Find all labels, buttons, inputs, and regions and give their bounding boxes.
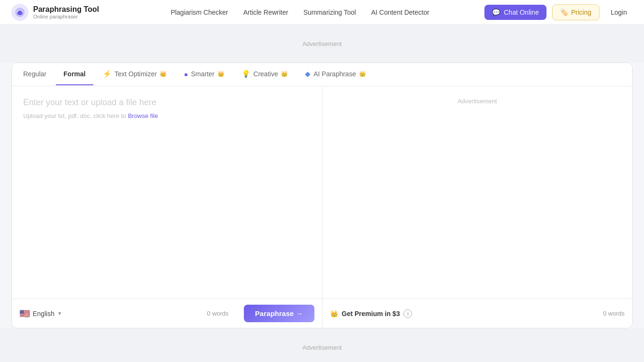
- bottom-left: 🇺🇸 English ▼ 0 words Paraphrase →: [12, 299, 322, 328]
- paraphrase-button[interactable]: Paraphrase →: [244, 305, 314, 322]
- tab-regular-label: Regular: [23, 70, 46, 78]
- language-flag: 🇺🇸: [19, 308, 30, 319]
- logo-text: Paraphrasing Tool Online paraphraser: [33, 5, 99, 19]
- chevron-down-icon: ▼: [57, 311, 62, 316]
- word-count-right: 0 words: [603, 310, 625, 317]
- language-selector[interactable]: 🇺🇸 English ▼: [19, 308, 62, 319]
- premium-cta[interactable]: 👑 Get Premium in $3 i: [330, 309, 412, 318]
- chat-icon: 💬: [492, 9, 500, 16]
- tabs-bar: Regular Formal ⚡ Text Optimizer 👑 ● Smar…: [12, 63, 632, 86]
- output-ad-label: Advertisement: [457, 98, 497, 105]
- tab-text-optimizer-label: Text Optimizer: [115, 70, 157, 78]
- app-subtitle: Online paraphraser: [33, 14, 99, 19]
- input-content: Enter your text or upload a file here Up…: [23, 98, 311, 287]
- premium-cta-label: Get Premium in $3: [342, 310, 400, 317]
- nav-summarizing-tool[interactable]: Summarizing Tool: [304, 9, 356, 16]
- tab-smarter[interactable]: ● Smarter 👑: [176, 63, 232, 86]
- bottom-ad-banner: Advertisement: [0, 328, 644, 362]
- login-button[interactable]: Login: [605, 5, 633, 20]
- nav-ai-content-detector[interactable]: AI Content Detector: [371, 9, 429, 16]
- tab-ai-paraphrase[interactable]: ◆ AI Paraphrase 👑: [297, 63, 374, 86]
- ai-paraphrase-crown: 👑: [359, 71, 366, 77]
- crown-icon: 👑: [330, 310, 338, 317]
- main-nav: Plagiarism Checker Article Rewriter Summ…: [116, 9, 484, 16]
- text-optimizer-icon: ⚡: [103, 70, 112, 78]
- bottom-ad-label: Advertisement: [302, 344, 341, 351]
- header-actions: 💬 Chat Online 🏷️ Pricing Login: [484, 4, 633, 20]
- text-optimizer-crown: 👑: [160, 71, 167, 77]
- tab-text-optimizer[interactable]: ⚡ Text Optimizer 👑: [95, 63, 174, 86]
- editor-area: Enter your text or upload a file here Up…: [12, 86, 632, 299]
- top-ad-label: Advertisement: [302, 40, 341, 47]
- top-ad-banner: Advertisement: [0, 25, 644, 63]
- tab-creative-label: Creative: [253, 70, 278, 78]
- info-icon[interactable]: i: [403, 309, 412, 318]
- tab-smarter-label: Smarter: [191, 70, 215, 78]
- input-textarea[interactable]: [23, 119, 311, 285]
- input-placeholder-main: Enter your text or upload a file here: [23, 98, 311, 108]
- svg-point-2: [17, 9, 23, 15]
- creative-crown: 👑: [281, 71, 288, 77]
- tab-regular[interactable]: Regular: [16, 63, 54, 85]
- pricing-button[interactable]: 🏷️ Pricing: [552, 4, 599, 20]
- tab-creative[interactable]: 💡 Creative 👑: [234, 63, 295, 86]
- tab-formal[interactable]: Formal: [56, 63, 93, 85]
- tab-ai-paraphrase-label: AI Paraphrase: [313, 70, 356, 78]
- nav-plagiarism-checker[interactable]: Plagiarism Checker: [170, 9, 228, 16]
- bottom-right: 👑 Get Premium in $3 i 0 words: [322, 299, 633, 328]
- logo-icon: [11, 4, 28, 21]
- pricing-icon: 🏷️: [560, 9, 568, 16]
- ai-paraphrase-icon: ◆: [305, 70, 311, 78]
- input-placeholder-sub: Upload your txt, pdf, doc, click here to…: [23, 112, 311, 119]
- pricing-button-label: Pricing: [571, 9, 591, 16]
- app-title: Paraphrasing Tool: [33, 5, 99, 14]
- bottom-bar-wrapper: 🇺🇸 English ▼ 0 words Paraphrase → 👑 Get …: [12, 299, 632, 328]
- tab-formal-label: Formal: [63, 70, 86, 78]
- input-panel: Enter your text or upload a file here Up…: [12, 86, 322, 299]
- tool-container: Regular Formal ⚡ Text Optimizer 👑 ● Smar…: [11, 63, 633, 328]
- smarter-icon: ●: [184, 70, 188, 78]
- chat-button[interactable]: 💬 Chat Online: [484, 5, 546, 20]
- smarter-crown: 👑: [217, 71, 224, 77]
- nav-article-rewriter[interactable]: Article Rewriter: [243, 9, 288, 16]
- output-panel: Advertisement: [322, 86, 633, 299]
- browse-file-link[interactable]: Browse file: [128, 112, 158, 119]
- logo-area: Paraphrasing Tool Online paraphraser: [11, 4, 116, 21]
- creative-icon: 💡: [242, 70, 250, 78]
- header: Paraphrasing Tool Online paraphraser Pla…: [0, 0, 644, 25]
- chat-button-label: Chat Online: [504, 9, 539, 16]
- language-label: English: [33, 310, 54, 317]
- word-count-left: 0 words: [207, 310, 229, 317]
- output-ad: Advertisement: [457, 98, 497, 105]
